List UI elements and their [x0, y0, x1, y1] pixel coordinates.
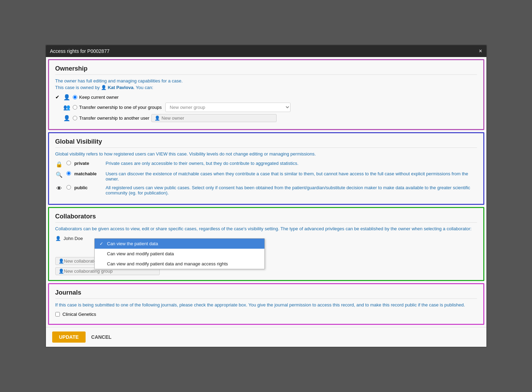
transfer-group-label: Transfer ownership to one of your groups: [79, 105, 162, 110]
visibility-private-row: 🔒 private Private cases are only accessi…: [55, 161, 477, 168]
person-icon: 👤: [63, 94, 71, 101]
journals-desc: If this case is being submitted to one o…: [55, 302, 477, 309]
visibility-private-radio[interactable]: [66, 161, 71, 165]
owner-person-icon: 👤: [101, 85, 106, 90]
cancel-button[interactable]: CANCEL: [90, 331, 113, 343]
journals-section: Journals If this case is being submitted…: [48, 283, 484, 325]
check-icon: ✔: [55, 94, 61, 100]
collaborator-person-icon: 👤: [55, 236, 61, 241]
transfer-user-option: 👤 Transfer ownership to another user 👤: [55, 114, 477, 122]
permission-dropdown: ✓ Can view the patient data Can view and…: [94, 238, 265, 269]
collaborators-section: Collaborators Collaborators can be given…: [48, 207, 484, 281]
visibility-section: Global Visibility Global visibility refe…: [48, 132, 484, 205]
close-button[interactable]: ×: [479, 48, 482, 54]
search-icon: 🔍: [55, 171, 63, 178]
journals-title: Journals: [55, 289, 477, 299]
collaborator-row: 👤 John Doe ✓ Can view the patient data C…: [55, 236, 477, 241]
visibility-public-row: 👁 public All registered users can view p…: [55, 185, 477, 195]
new-owner-icon: 👤: [154, 115, 160, 121]
new-owner-input[interactable]: [161, 115, 273, 121]
collaborators-desc: Collaborators can be given access to vie…: [55, 225, 477, 232]
user-icon: 👤: [63, 115, 71, 121]
dialog-titlebar: Access rights for P0002877 ×: [46, 45, 486, 57]
visibility-public-radio[interactable]: [66, 185, 71, 190]
transfer-group-option: 👥 Transfer ownership to one of your grou…: [55, 103, 477, 112]
new-owner-input-wrapper: 👤: [151, 114, 277, 122]
visibility-private-desc: Private cases are only accessible to the…: [106, 161, 477, 166]
new-collab-group-icon: 👤: [58, 269, 64, 274]
keep-owner-radio[interactable]: [73, 95, 77, 99]
transfer-group-radio[interactable]: [73, 105, 77, 110]
keep-owner-option: ✔ 👤 Keep current owner: [55, 94, 477, 101]
permission-view-label: Can view the patient data: [107, 241, 158, 246]
collaborator-name: John Doe: [64, 236, 92, 241]
group-icon: 👥: [63, 104, 71, 111]
permission-option-manage[interactable]: Can view and modify patient data and man…: [95, 259, 264, 269]
selected-check: ✓: [99, 241, 104, 246]
update-button[interactable]: UPDATE: [52, 331, 86, 343]
visibility-private-label: private: [74, 161, 102, 166]
eye-icon: 👁: [55, 185, 63, 192]
ownership-section: Ownership The owner has full editing and…: [48, 59, 484, 130]
owner-group-select[interactable]: New owner group: [165, 103, 291, 112]
permission-modify-label: Can view and modify patient data: [107, 251, 174, 256]
permission-manage-label: Can view and modify patient data and man…: [107, 261, 228, 266]
lock-icon: 🔒: [55, 161, 63, 168]
clinical-genetics-checkbox[interactable]: [55, 312, 60, 317]
visibility-title: Global Visibility: [55, 138, 477, 148]
transfer-user-radio[interactable]: [73, 116, 77, 120]
visibility-desc: Global visibility refers to how register…: [55, 151, 477, 158]
visibility-public-desc: All registered users can view public cas…: [106, 185, 477, 195]
permission-option-modify[interactable]: Can view and modify patient data: [95, 249, 264, 259]
dialog-title: Access rights for P0002877: [50, 48, 110, 54]
collaborators-title: Collaborators: [55, 213, 477, 223]
keep-owner-label: Keep current owner: [79, 95, 119, 100]
dialog-body: Ownership The owner has full editing and…: [46, 59, 486, 347]
clinical-genetics-label: Clinical Genetics: [63, 312, 96, 317]
ownership-title: Ownership: [55, 65, 477, 75]
transfer-user-label: Transfer ownership to another user: [79, 115, 150, 121]
visibility-matchable-row: 🔍 matchable Users can discover the exist…: [55, 171, 477, 182]
visibility-matchable-desc: Users can discover the existence of matc…: [106, 171, 477, 182]
ownership-desc1: The owner has full editing and managing …: [55, 78, 477, 91]
new-collab-person-icon: 👤: [58, 258, 64, 264]
dialog-footer: UPDATE CANCEL: [46, 327, 486, 347]
access-rights-dialog: Access rights for P0002877 × Ownership T…: [45, 45, 487, 348]
visibility-matchable-label: matchable: [74, 171, 102, 176]
permission-option-view[interactable]: ✓ Can view the patient data: [95, 239, 264, 249]
journal-item-clinical-genetics: Clinical Genetics: [55, 312, 477, 317]
visibility-public-label: public: [74, 185, 102, 190]
visibility-matchable-radio[interactable]: [66, 171, 71, 176]
